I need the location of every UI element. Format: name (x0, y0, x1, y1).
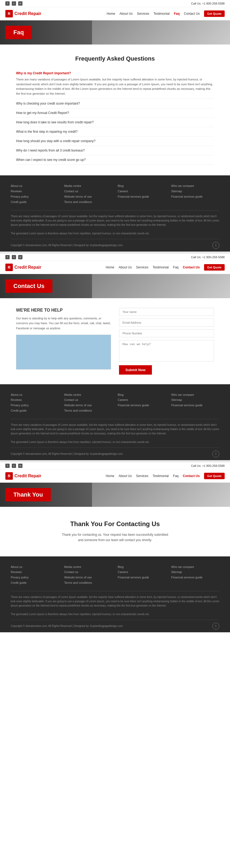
logo[interactable]: R Credit Repair (5, 10, 41, 18)
footer-link-terms-use[interactable]: Website terms of use (64, 194, 112, 199)
nav-testimonial-3[interactable]: Testimonial (153, 474, 169, 478)
footer-link-terms-use-2[interactable]: Website terms of use (64, 403, 112, 408)
footer-col-3-1: About us Reviews Privacy policy Credit g… (11, 564, 59, 586)
footer-bottom-2: Copyright © domainname.com, All Rights R… (11, 447, 219, 458)
footer-link-credit-guide-3[interactable]: Credit guide (11, 580, 59, 586)
get-quote-button[interactable]: Get Quote (204, 10, 225, 17)
faq-question-2[interactable]: Why is checking your credit score import… (16, 102, 214, 105)
twitter-icon-3[interactable]: t (12, 464, 16, 468)
faq-question-8[interactable]: When can I expect to see my credit score… (16, 158, 214, 162)
footer-link-fin-services-2[interactable]: Financial services guide (171, 403, 219, 408)
get-quote-button-2[interactable]: Get Quote (204, 264, 225, 271)
facebook-icon[interactable]: f (5, 1, 10, 6)
map (16, 335, 111, 370)
footer-link-terms[interactable]: Terms and conditions (64, 199, 112, 205)
nav-services[interactable]: Services (137, 12, 149, 16)
facebook-icon-3[interactable]: f (5, 464, 10, 468)
instagram-icon-2[interactable]: in (18, 255, 23, 259)
phone-input[interactable] (119, 329, 214, 337)
footer-link-careers-3[interactable]: Careers (118, 569, 166, 575)
footer-link-blog-3[interactable]: Blog (118, 564, 166, 570)
nav-contact[interactable]: Contact Us (184, 12, 199, 16)
nav-contact-3[interactable]: Contact Us (183, 474, 199, 478)
footer-link-media[interactable]: Media centre (64, 183, 112, 189)
footer-link-sitemap-3[interactable]: Sitemap (171, 569, 219, 575)
footer-link-about[interactable]: About us (11, 183, 59, 189)
footer-link-financial[interactable]: Financial services guide (118, 194, 166, 199)
nav-home-3[interactable]: Home (106, 474, 114, 478)
footer-link-contact-2[interactable]: Contact us (64, 397, 112, 403)
nav-home-2[interactable]: Home (106, 266, 114, 269)
nav-about-3[interactable]: About Us (118, 474, 131, 478)
footer-bottom-3: Copyright © domainname.com, All Rights R… (11, 620, 219, 630)
footer-link-credit-guide-2[interactable]: Credit guide (11, 408, 59, 413)
submit-button[interactable]: Submit Now (119, 365, 152, 375)
footer-link-careers[interactable]: Careers (118, 189, 166, 194)
name-input[interactable] (119, 308, 214, 316)
scroll-top-2[interactable]: ⇧ (213, 451, 219, 458)
footer-link-about-2[interactable]: About us (11, 392, 59, 398)
footer-link-compare-3[interactable]: Who we compare (171, 564, 219, 570)
message-input[interactable] (119, 340, 214, 362)
get-quote-button-3[interactable]: Get Quote (204, 473, 225, 479)
social-links[interactable]: f t in (5, 1, 23, 6)
nav-testimonial[interactable]: Testimonial (154, 12, 169, 16)
scroll-top-3[interactable]: ⇧ (213, 623, 219, 630)
faq-item-4: How long does it take to see results fro… (16, 118, 214, 127)
footer-link-sitemap-2[interactable]: Sitemap (171, 397, 219, 403)
nav-about[interactable]: About Us (120, 12, 132, 16)
nav-faq-3[interactable]: Faq (173, 474, 179, 478)
logo-2[interactable]: R Credit Repair (5, 264, 41, 271)
instagram-icon[interactable]: in (18, 1, 23, 6)
faq-question-6[interactable]: How long should you stay with a credit r… (16, 139, 214, 143)
scroll-top-1[interactable]: ⇧ (213, 242, 219, 249)
footer-link-blog[interactable]: Blog (118, 183, 166, 189)
footer-link-compare[interactable]: Who we compare (171, 183, 219, 189)
footer-link-about-3[interactable]: About us (11, 564, 59, 570)
footer-link-contact-3[interactable]: Contact us (64, 569, 112, 575)
social-links-3[interactable]: f t in (5, 464, 23, 468)
nav-services-2[interactable]: Services (136, 266, 148, 269)
footer-link-credit-guide[interactable]: Credit guide (11, 199, 59, 205)
email-input[interactable] (119, 318, 214, 327)
nav-about-2[interactable]: About Us (118, 266, 131, 269)
footer-link-blog-2[interactable]: Blog (118, 392, 166, 398)
footer-link-reviews[interactable]: Reviews (11, 189, 59, 194)
instagram-icon-3[interactable]: in (18, 464, 23, 468)
nav-testimonial-2[interactable]: Testimonial (153, 266, 169, 269)
footer-link-sitemap[interactable]: Sitemap (171, 189, 219, 194)
faq-question-4[interactable]: How long does it take to see results fro… (16, 120, 214, 124)
footer-link-contact[interactable]: Contact us (64, 189, 112, 194)
footer-link-media-2[interactable]: Media centre (64, 392, 112, 398)
faq-question-1[interactable]: Why is my Credit Report important? (16, 71, 214, 75)
facebook-icon-2[interactable]: f (5, 255, 10, 259)
footer-link-reviews-3[interactable]: Reviews (11, 569, 59, 575)
footer-link-financial-3[interactable]: Financial services guide (118, 575, 166, 580)
faq-question-5[interactable]: What is the first step in repairing my c… (16, 130, 214, 133)
nav-faq[interactable]: Faq (174, 12, 180, 16)
nav-contact-active[interactable]: Contact Us (183, 266, 199, 269)
footer-link-media-3[interactable]: Media centre (64, 564, 112, 570)
twitter-icon[interactable]: t (12, 1, 16, 6)
footer-link-privacy[interactable]: Privacy policy (11, 194, 59, 199)
nav-faq-2[interactable]: Faq (173, 266, 179, 269)
footer-link-compare-2[interactable]: Who we compare (171, 392, 219, 398)
footer-link-fin-services-3[interactable]: Financial services guide (171, 575, 219, 580)
footer-link-privacy-3[interactable]: Privacy policy (11, 575, 59, 580)
nav-home[interactable]: Home (107, 12, 115, 16)
footer-link-reviews-2[interactable]: Reviews (11, 397, 59, 403)
logo-3[interactable]: R Credit Repair (5, 472, 41, 480)
nav-services-3[interactable]: Services (136, 474, 148, 478)
twitter-icon-2[interactable]: t (12, 255, 16, 259)
faq-question-3[interactable]: How to get my Annual Credit Report? (16, 111, 214, 115)
social-links-2[interactable]: f t in (5, 255, 23, 259)
footer-link-financial-2[interactable]: Financial services guide (118, 403, 166, 408)
faq-question-7[interactable]: Why do I need reports from all 3 credit … (16, 149, 214, 152)
footer-link-terms-2[interactable]: Terms and conditions (64, 408, 112, 413)
footer-link-fin-services[interactable]: Financial services guide (171, 194, 219, 199)
footer-body-text-2: There are many variations of passages of… (11, 419, 219, 444)
footer-link-privacy-2[interactable]: Privacy policy (11, 403, 59, 408)
footer-link-terms-use-3[interactable]: Website terms of use (64, 575, 112, 580)
footer-link-careers-2[interactable]: Careers (118, 397, 166, 403)
footer-link-terms-3[interactable]: Terms and conditions (64, 580, 112, 586)
